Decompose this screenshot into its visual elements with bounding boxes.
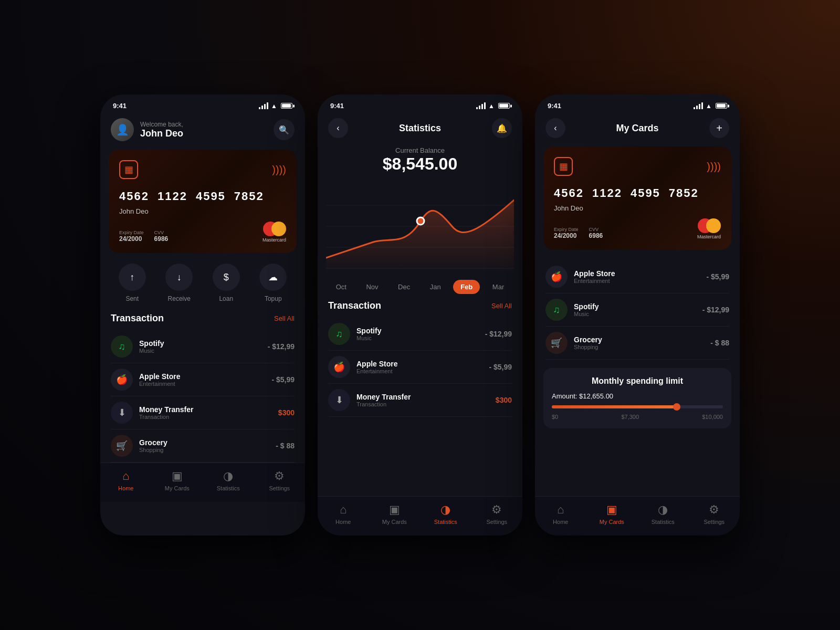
nav-mycards-3[interactable]: ▣ My Cards [586,503,638,525]
mc-circles-3 [698,218,721,233]
welcome-text: Welcome back, [140,121,183,128]
credit-card-3: ▦ )))) 4562 1122 4595 7852 John Deo Expi… [543,146,731,250]
chart-container [318,179,522,274]
nav-settings-2[interactable]: ⚙ Settings [471,503,523,525]
cards-nav-icon-2: ▣ [389,503,400,517]
transaction-grocery: 🛒 Grocery Shopping - $ 88 [111,429,295,463]
settings-nav-icon-3: ⚙ [709,503,719,517]
nav-stats-2[interactable]: ◑ Statistics [420,503,471,525]
apple-icon-2: 🍎 [328,356,350,378]
spotify-info: Spotify Music [139,339,261,354]
nav-mycards-label: My Cards [165,485,190,491]
topup-label: Topup [265,295,282,302]
credit-card-1: ▦ )))) 4562 1122 4595 7852 John Deo Expi… [109,150,297,253]
transaction-list-1: ♫ Spotify Music - $12,99 🍎 Apple Store E… [100,330,305,463]
tab-jan[interactable]: Jan [423,280,448,294]
nav-settings-1[interactable]: ⚙ Settings [254,469,306,491]
loan-label: Loan [219,295,233,302]
stats-nav-icon-2: ◑ [440,503,450,517]
nav-settings-label-3: Settings [704,519,724,525]
status-bar-3: 9:41 ▲ [535,94,740,114]
transaction-spotify-3: ♫ Spotify Music - $12,99 [545,293,729,327]
card-details-3: Expiry Date 24/2000 CVV 6986 [554,227,603,239]
home-nav-icon-3: ⌂ [557,503,564,517]
search-button[interactable]: 🔍 [274,119,295,140]
mastercard-logo-3: Mastercard [697,218,721,239]
bottom-nav-3: ⌂ Home ▣ My Cards ◑ Statistics ⚙ Setting… [535,496,740,536]
cards-nav-icon: ▣ [172,469,183,483]
transaction-list-2: ♫ Spotify Music - $12,99 🍎 Apple Store E… [318,318,522,417]
sell-all-2[interactable]: Sell All [491,302,512,310]
transaction-grocery-3: 🛒 Grocery Shopping - $ 88 [545,327,729,360]
sell-all-button[interactable]: Sell All [274,314,295,322]
transfer-info-2: Money Transfer Transaction [356,393,489,407]
tab-nov[interactable]: Nov [359,280,385,294]
tab-mar[interactable]: Mar [485,280,511,294]
back-button-3[interactable]: ‹ [545,118,565,138]
card-top: ▦ )))) [119,160,286,179]
back-button-2[interactable]: ‹ [328,118,348,138]
wifi-icon: ▲ [271,102,277,110]
transaction-spotify-2: ♫ Spotify Music - $12,99 [328,318,512,351]
nav-stats-1[interactable]: ◑ Statistics [203,469,254,491]
notification-button[interactable]: 🔔 [492,118,512,138]
signal-icon [259,102,268,109]
nav-settings-3[interactable]: ⚙ Settings [689,503,740,525]
settings-nav-icon-2: ⚙ [491,503,502,517]
transaction-list-3: 🍎 Apple Store Entertainment - $5,99 ♫ Sp… [535,260,740,360]
status-bar-1: 9:41 ▲ [100,94,305,114]
nav-mycards-label-3: My Cards [600,519,624,525]
nav-home-label-3: Home [553,519,568,525]
time-3: 9:41 [548,102,561,110]
nav-mycards-label-2: My Cards [382,519,407,525]
tab-oct[interactable]: Oct [329,280,354,294]
nav-home-3[interactable]: ⌂ Home [535,503,586,525]
nav-home-label: Home [118,485,133,491]
transfer-info: Money Transfer Transaction [139,405,272,420]
spotify-icon-3: ♫ [545,299,568,321]
card-chip-icon: ▦ [119,160,138,179]
progress-mid: $7,300 [621,414,639,420]
status-icons-1: ▲ [259,102,292,110]
apple-icon: 🍎 [111,369,133,391]
add-card-button[interactable]: + [709,118,729,138]
spending-title: Monthly spending limit [552,376,723,386]
nav-stats-3[interactable]: ◑ Statistics [637,503,689,525]
nav-home-2[interactable]: ⌂ Home [318,503,369,525]
receive-label: Receive [168,295,191,302]
tab-dec[interactable]: Dec [391,280,417,294]
grocery-info: Grocery Shopping [139,438,269,453]
mc-orange-circle-3 [706,218,721,233]
action-buttons: ↑ Sent ↓ Receive $ Loan ☁ Topup [100,264,305,313]
nav-home-label-2: Home [335,519,351,525]
nav-mycards-2[interactable]: ▣ My Cards [369,503,421,525]
phone-home: 9:41 ▲ 👤 Welcome back, John Deo 🔍 ▦ ))))… [100,94,305,536]
spotify-icon-2: ♫ [328,323,350,345]
phone-statistics: 9:41 ▲ ‹ Statistics 🔔 Current Balance $8… [318,94,522,536]
spotify-info-2: Spotify Music [356,327,479,341]
balance-label: Current Balance [328,146,512,154]
time-2: 9:41 [330,102,344,110]
status-icons-3: ▲ [694,102,727,110]
action-loan: $ Loan [213,264,240,302]
receive-button[interactable]: ↓ [165,264,193,291]
spending-amount: Amount: $12,655.00 [552,392,723,400]
transfer-icon: ⬇ [111,402,133,424]
nav-mycards-1[interactable]: ▣ My Cards [152,469,203,491]
loan-button[interactable]: $ [213,264,240,291]
tab-feb[interactable]: Feb [453,280,480,294]
sent-label: Sent [125,295,139,302]
cvv-detail-3: CVV 6986 [589,227,603,239]
nav-settings-label-2: Settings [486,519,507,525]
nav-home-1[interactable]: ⌂ Home [100,469,152,491]
topup-button[interactable]: ☁ [259,264,287,291]
progress-labels: $0 $7,300 $10,000 [552,414,723,420]
expiry-detail: Expiry Date 24/2000 [119,230,144,243]
card-number-3: 4562 1122 4595 7852 [554,186,721,200]
cards-nav-icon-3: ▣ [606,503,617,517]
sent-button[interactable]: ↑ [119,264,146,291]
progress-dot [673,403,680,411]
user-name: John Deo [140,128,183,139]
home-nav-icon-2: ⌂ [340,503,346,517]
spotify-info-3: Spotify Music [574,302,696,317]
